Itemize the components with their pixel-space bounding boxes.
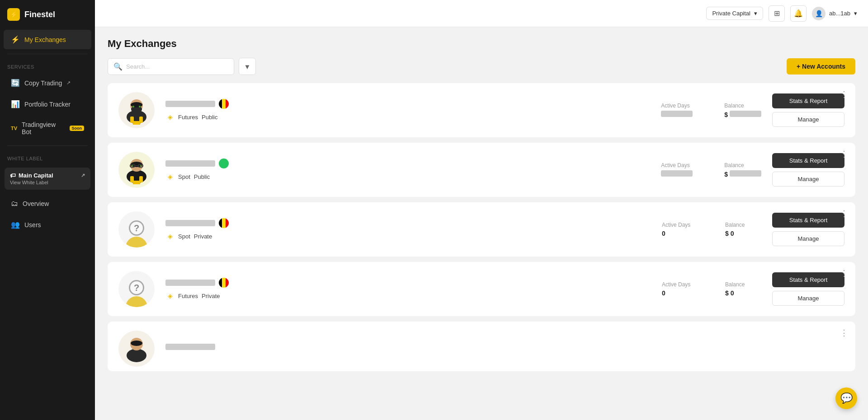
manage-button[interactable]: Manage — [772, 231, 844, 246]
divider-1 — [7, 54, 88, 54]
manage-button[interactable]: Manage — [772, 172, 844, 187]
manage-button[interactable]: Manage — [772, 112, 844, 127]
question-mark-icon: ? — [129, 280, 144, 295]
app-logo[interactable]: ⚡ Finestel — [0, 0, 95, 29]
active-days-stat: Active Days 0 — [662, 281, 698, 297]
content-area: My Exchanges 🔍 ▼ + New Accounts — [95, 27, 868, 420]
sidebar-item-copy-trading[interactable]: 🔄 Copy Trading ↗ — [4, 73, 91, 93]
workspace-label: Private Capital — [712, 10, 750, 17]
more-options-icon[interactable]: ⋮ — [840, 90, 848, 98]
balance-stat: Balance $ — [724, 103, 761, 118]
flag-icon — [219, 99, 229, 109]
avatar-5-svg — [118, 331, 155, 367]
filter-button[interactable]: ▼ — [239, 58, 256, 75]
chevron-down-icon: ▾ — [754, 10, 757, 17]
search-input[interactable] — [126, 63, 228, 70]
search-wrap: 🔍 — [108, 58, 234, 75]
exchange-name-row — [165, 278, 651, 288]
binance-icon: ◈ — [165, 232, 175, 241]
sidebar-item-portfolio-tracker[interactable]: 📊 Portfolio Tracker — [4, 94, 91, 114]
exchange-name-blurred — [165, 280, 215, 286]
exchange-name-blurred — [165, 220, 215, 226]
exchange-info: ◈ Futures Private — [165, 278, 651, 300]
stats-report-button[interactable]: Stats & Report — [772, 272, 844, 287]
grid-icon: ⊞ — [774, 9, 780, 18]
svg-point-26 — [131, 341, 142, 346]
trade-type-tag: Spot — [178, 233, 190, 240]
balance-value: $ 0 — [725, 230, 761, 237]
exchange-name-blurred — [165, 344, 215, 350]
avatar-body — [126, 296, 147, 307]
balance-stat: Balance $ 0 — [725, 281, 761, 297]
balance-stat: Balance $ 0 — [725, 222, 761, 237]
chat-button[interactable]: 💬 — [835, 387, 857, 409]
sidebar-item-tradingview-bot[interactable]: TV Tradingview Bot Soon — [4, 116, 91, 141]
notification-button[interactable]: 🔔 — [790, 5, 807, 22]
avatar — [118, 331, 155, 367]
sidebar-item-my-exchanges[interactable]: ⚡ My Exchanges — [4, 30, 91, 49]
exchange-actions: Stats & Report Manage — [772, 213, 844, 246]
white-label-box[interactable]: 🏷 Main Capital ↗ View White Label — [5, 168, 90, 190]
svg-rect-8 — [133, 121, 140, 125]
exchange-tags: ◈ Futures Public — [165, 112, 650, 121]
page-title: My Exchanges — [108, 38, 855, 50]
svg-point-19 — [140, 165, 142, 167]
user-chevron-icon: ▾ — [854, 10, 857, 17]
more-options-icon[interactable]: ⋮ — [840, 269, 848, 277]
sidebar-item-label: Copy Trading — [24, 79, 62, 87]
active-days-stat: Active Days — [661, 103, 697, 118]
toolbar-left: 🔍 ▼ — [108, 58, 256, 75]
svg-point-24 — [127, 349, 146, 362]
visibility-tag: Public — [194, 173, 210, 180]
bearded-avatar-svg — [118, 92, 155, 128]
stats-report-button[interactable]: Stats & Report — [772, 153, 844, 168]
white-label-tag-icon: 🏷 — [10, 172, 16, 179]
svg-point-10 — [139, 106, 141, 107]
external-link-icon: ↗ — [66, 80, 71, 86]
logo-icon: ⚡ — [7, 8, 20, 21]
question-mark-icon: ? — [129, 220, 144, 236]
active-days-value: 0 — [662, 230, 698, 237]
avatar: 👤 — [812, 7, 826, 20]
trade-type-tag: Futures — [178, 293, 198, 299]
stats-report-button[interactable]: Stats & Report — [772, 213, 844, 228]
white-label-ext-icon: ↗ — [81, 173, 85, 178]
user-menu[interactable]: 👤 ab...1ab ▾ — [812, 7, 857, 20]
exchange-name-row — [165, 218, 651, 228]
glasses-avatar-svg — [118, 152, 155, 188]
exchange-info: ◈ Spot Private — [165, 218, 651, 241]
sidebar-item-users[interactable]: 👥 Users — [4, 215, 91, 234]
visibility-tag: Private — [202, 293, 220, 299]
exchange-actions: Stats & Report Manage — [772, 93, 844, 127]
more-options-icon[interactable]: ⋮ — [840, 150, 848, 158]
stats-report-button[interactable]: Stats & Report — [772, 93, 844, 108]
exchange-actions: Stats & Report Manage — [772, 272, 844, 306]
sidebar: ⚡ Finestel ⚡ My Exchanges Services 🔄 Cop… — [0, 0, 95, 420]
more-options-icon[interactable]: ⋮ — [840, 329, 848, 337]
soon-badge: Soon — [70, 126, 85, 131]
workspace-select[interactable]: Private Capital ▾ — [706, 7, 763, 20]
sidebar-item-label: Users — [24, 221, 41, 229]
avatar: ? — [118, 271, 155, 307]
overview-icon: 🗂 — [11, 200, 18, 208]
grid-icon-button[interactable]: ⊞ — [769, 5, 785, 22]
filter-icon: ▼ — [244, 63, 251, 70]
sidebar-item-overview[interactable]: 🗂 Overview — [4, 194, 91, 213]
new-accounts-button[interactable]: + New Accounts — [787, 58, 855, 75]
flag-icon — [219, 159, 229, 168]
exchange-card: ⋮ — [108, 322, 855, 371]
svg-point-5 — [131, 102, 142, 107]
svg-rect-22 — [133, 181, 140, 184]
exchanges-icon: ⚡ — [11, 35, 20, 44]
exchange-actions: Stats & Report Manage — [772, 153, 844, 187]
exchange-card: ◈ Spot Public Active Days Balance $ Stat… — [108, 143, 855, 197]
balance-stat: Balance $ — [724, 162, 761, 178]
active-days-stat: Active Days 0 — [662, 222, 698, 237]
svg-rect-4 — [132, 111, 141, 116]
manage-button[interactable]: Manage — [772, 291, 844, 306]
white-label-section-label: White Label — [0, 149, 95, 164]
white-label-title: Main Capital — [19, 172, 53, 179]
more-options-icon[interactable]: ⋮ — [840, 210, 848, 218]
svg-point-9 — [132, 106, 134, 107]
bell-icon: 🔔 — [794, 9, 803, 18]
